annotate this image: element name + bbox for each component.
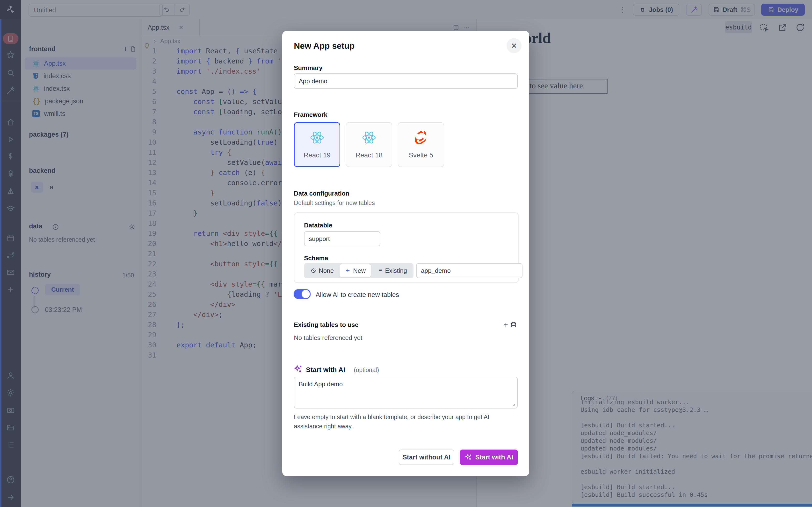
svelte-icon <box>414 130 428 145</box>
modal-close-button[interactable]: ✕ <box>507 38 521 53</box>
ban-icon <box>311 268 316 274</box>
schema-option-label: Existing <box>385 267 407 275</box>
start-with-ai-optional: (optional) <box>354 367 379 374</box>
ai-prompt-textarea[interactable] <box>294 377 518 408</box>
schema-name-input[interactable] <box>416 263 522 278</box>
schema-option-label: New <box>353 267 366 275</box>
schema-option-existing[interactable]: Existing <box>371 264 412 277</box>
summary-input[interactable] <box>294 73 518 89</box>
react-icon <box>361 130 376 145</box>
data-config-title: Data configuration <box>294 190 349 197</box>
framework-label: React 19 <box>304 151 331 159</box>
framework-label: Framework <box>294 111 327 119</box>
ai-help-text: Leave empty to start with a blank templa… <box>294 412 511 431</box>
framework-card-svelte-5[interactable]: Svelte 5 <box>398 122 444 167</box>
database-icon <box>510 322 517 328</box>
start-with-ai-button[interactable]: Start with AI <box>460 450 518 465</box>
data-config-subtitle: Default settings for new tables <box>294 200 375 207</box>
existing-tables-title: Existing tables to use <box>294 321 358 329</box>
start-without-ai-button[interactable]: Start without AI <box>399 450 454 465</box>
react-icon <box>310 130 324 145</box>
summary-label: Summary <box>294 64 323 72</box>
framework-card-react-19[interactable]: React 19 <box>294 122 340 167</box>
datatable-input[interactable] <box>304 231 380 246</box>
allow-ai-toggle-label: Allow AI to create new tables <box>316 291 399 299</box>
plus-icon <box>345 268 351 274</box>
sparkles-icon <box>293 364 303 374</box>
start-with-ai-title: Start with AI <box>306 366 345 374</box>
plus-icon <box>503 322 509 328</box>
new-app-setup-modal: New App setup ✕ Summary Framework React … <box>282 31 529 476</box>
schema-option-none[interactable]: None <box>305 264 339 277</box>
seglist-icon <box>377 268 383 274</box>
schema-segmented-control: NoneNewExisting <box>304 263 413 278</box>
framework-label: React 18 <box>355 151 383 159</box>
datatable-label: Datatable <box>304 222 332 229</box>
modal-title: New App setup <box>294 41 355 51</box>
allow-ai-toggle[interactable] <box>293 289 311 299</box>
framework-card-react-18[interactable]: React 18 <box>346 122 392 167</box>
sparkles-icon <box>465 454 472 461</box>
start-without-ai-label: Start without AI <box>403 454 451 461</box>
existing-tables-empty: No tables referenced yet <box>294 334 362 342</box>
schema-option-label: None <box>319 267 334 275</box>
add-existing-table-button[interactable] <box>503 322 517 328</box>
data-config-card: Datatable Schema NoneNewExisting <box>294 213 519 283</box>
framework-label: Svelte 5 <box>409 151 433 159</box>
app-window: ⋮ Jobs (0) Draft ⌘S Deploy frontend <box>0 0 812 507</box>
resize-handle-icon[interactable] <box>510 401 516 406</box>
schema-option-new[interactable]: New <box>340 264 371 277</box>
toggle-knob <box>302 290 310 298</box>
start-with-ai-label: Start with AI <box>475 454 513 461</box>
schema-label: Schema <box>304 255 328 262</box>
